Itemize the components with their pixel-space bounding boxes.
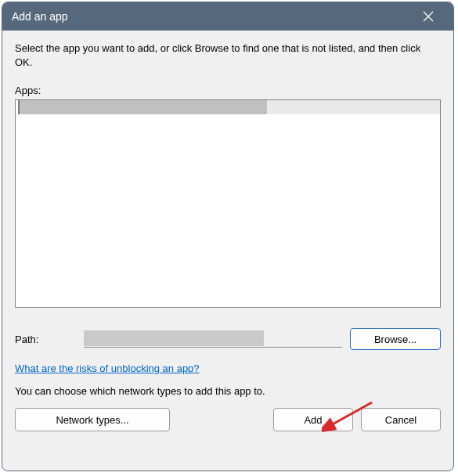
list-item[interactable]	[16, 100, 440, 114]
network-types-text: You can choose which network types to ad…	[15, 385, 441, 397]
dialog-content: Select the app you want to add, or click…	[2, 31, 453, 471]
add-button[interactable]: Add	[273, 408, 353, 431]
risks-link[interactable]: What are the risks of unblocking an app?	[15, 362, 200, 374]
add-app-dialog: Add an app Select the app you want to ad…	[2, 2, 454, 471]
close-button[interactable]	[413, 2, 444, 31]
redacted-app-name	[20, 100, 267, 114]
redacted-path-value	[84, 330, 264, 346]
browse-button[interactable]: Browse...	[350, 328, 441, 350]
close-icon	[423, 11, 434, 22]
network-types-button[interactable]: Network types...	[15, 408, 170, 431]
apps-label: Apps:	[15, 85, 441, 96]
button-row: Network types... Add Cancel	[15, 408, 441, 431]
cancel-button[interactable]: Cancel	[361, 408, 441, 431]
window-title: Add an app	[12, 10, 413, 23]
path-input[interactable]	[84, 330, 342, 348]
titlebar: Add an app	[2, 2, 453, 31]
path-row: Path: Browse...	[15, 328, 441, 350]
path-label: Path:	[15, 334, 76, 345]
apps-listbox[interactable]	[15, 99, 441, 308]
instruction-text: Select the app you want to add, or click…	[15, 41, 441, 69]
